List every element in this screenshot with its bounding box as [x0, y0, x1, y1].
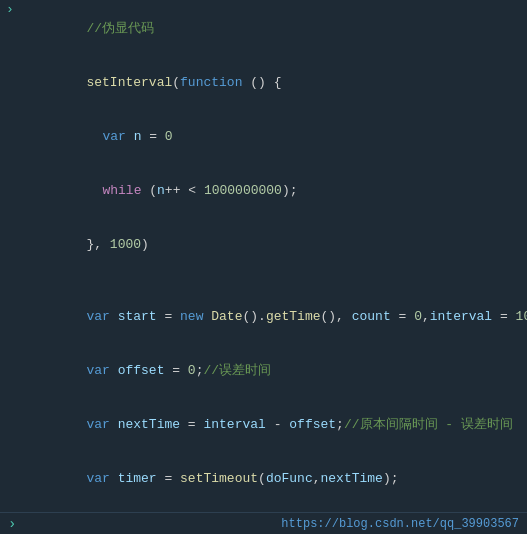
code-line-var-timer: var timer = setTimeout(doFunc,nextTime); [0, 452, 527, 506]
arrow-indicator: › [4, 2, 20, 17]
bottom-url: https://blog.csdn.net/qq_39903567 [281, 517, 519, 531]
blank-line-1 [0, 272, 527, 290]
bottom-bar: › https://blog.csdn.net/qq_39903567 [0, 512, 527, 534]
code-line-var-start: var start = new Date().getTime(), count … [0, 290, 527, 344]
code-line-var-n: var n = 0 [0, 110, 527, 164]
code-area: › //伪显代码 setInterval(function () { var n… [0, 0, 527, 534]
code-line-var-nexttime: var nextTime = interval - offset;//原本间隔时… [0, 398, 527, 452]
bottom-arrow-icon: › [8, 516, 16, 532]
code-line-close-interval: }, 1000) [0, 218, 527, 272]
code-line-var-offset: var offset = 0;//误差时间 [0, 344, 527, 398]
code-line-setinterval: setInterval(function () { [0, 56, 527, 110]
comment-pseudocode: //伪显代码 [20, 2, 527, 56]
code-line-while: while (n++ < 1000000000); [0, 164, 527, 218]
top-indicator-line: › //伪显代码 [0, 2, 527, 56]
